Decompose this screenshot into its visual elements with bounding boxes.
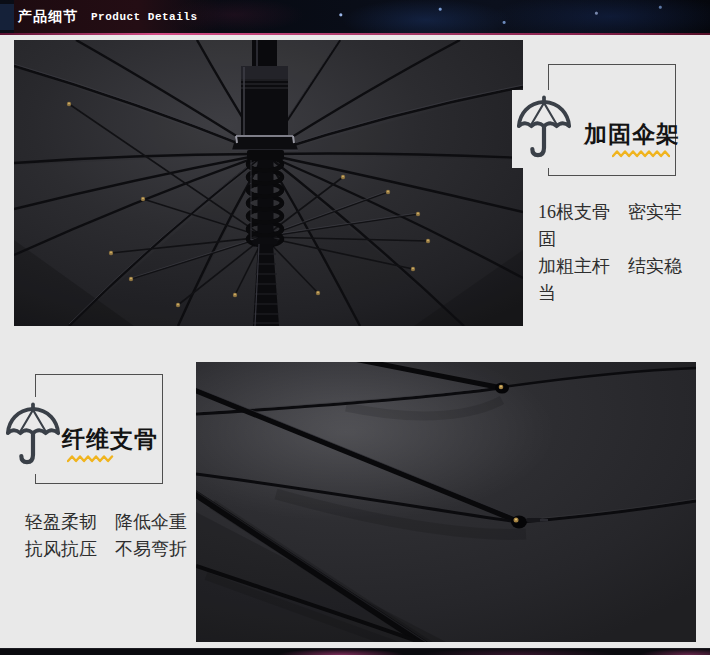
feature-title: 纤维支骨 (62, 424, 158, 455)
feature-title: 加固伞架 (584, 119, 680, 150)
zigzag-decoration (612, 149, 670, 158)
umbrella-frame-photo (14, 40, 523, 326)
umbrella-frame-photo-art (14, 40, 523, 326)
banner-title-patch: 产品细节 Product Details (14, 0, 220, 33)
feature-line: 轻盈柔韧 降低伞重 (25, 509, 207, 536)
banner-accent-line (0, 33, 710, 35)
feature-line: 抗风抗压 不易弯折 (25, 536, 207, 563)
feature-text: 轻盈柔韧 降低伞重 抗风抗压 不易弯折 (25, 509, 207, 563)
feature-line: 加粗主杆 结实稳当 (538, 253, 696, 307)
section-title-en: Product Details (91, 11, 198, 23)
umbrella-icon (512, 90, 576, 168)
section-title-cn: 产品细节 (18, 8, 78, 26)
fiber-ribs-photo (196, 362, 696, 642)
feature-line: 16根支骨 密实牢固 (538, 199, 696, 253)
feature-text: 16根支骨 密实牢固 加粗主杆 结实稳当 (538, 199, 696, 307)
banner-corner-decoration (0, 4, 15, 30)
section-banner: 产品细节 Product Details (0, 0, 710, 33)
umbrella-icon (2, 397, 64, 474)
fiber-ribs-photo-art (196, 362, 696, 642)
zigzag-decoration (67, 454, 115, 463)
product-details-page: 产品细节 Product Details (0, 0, 710, 655)
next-banner-edge (0, 648, 710, 655)
